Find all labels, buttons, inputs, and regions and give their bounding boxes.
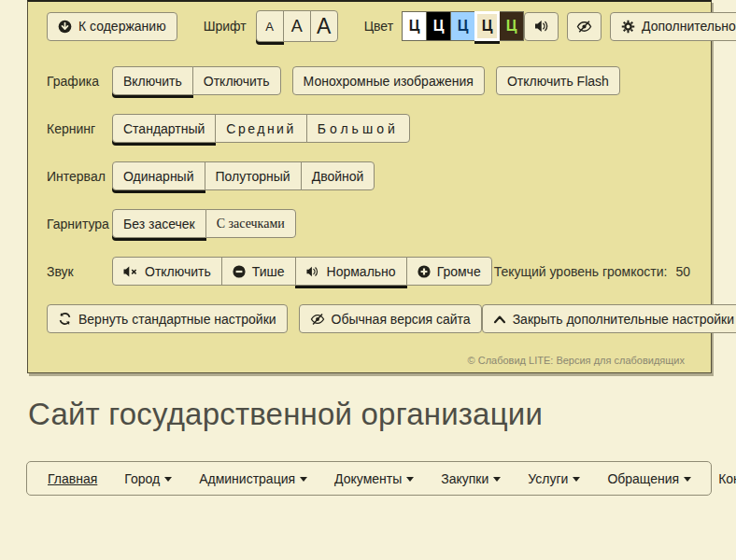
graphics-label: Графика — [47, 74, 112, 89]
color-scheme-black-button[interactable]: Ц — [426, 11, 451, 41]
chevron-down-icon — [684, 477, 691, 482]
sound-toggle-button[interactable] — [524, 12, 559, 41]
spacing-single-button[interactable]: Одинарный — [112, 161, 205, 190]
normal-version-button[interactable]: Обычная версия сайта — [299, 304, 482, 333]
sound-louder-button[interactable]: Громче — [406, 257, 492, 286]
panel-actions-row: Вернуть стандартные настройки Обычная ве… — [47, 304, 692, 333]
nav-item-label: Услуги — [528, 471, 568, 486]
nav-item-label: Обращения — [607, 471, 679, 486]
arrow-circle-down-icon — [58, 20, 72, 34]
font-size-medium-button[interactable]: А — [283, 10, 311, 42]
chevron-down-icon — [406, 477, 414, 482]
nav-item-zakupki[interactable]: Закупки — [441, 471, 501, 486]
chevron-down-icon — [573, 477, 580, 482]
sound-quieter-label: Тише — [252, 264, 285, 279]
kerning-medium-button[interactable]: Средний — [215, 114, 306, 143]
sound-label: Звук — [47, 264, 112, 279]
color-scheme-group: Ц Ц Ц Ц Ц — [403, 11, 524, 41]
minus-circle-icon — [233, 265, 246, 278]
chevron-down-icon — [164, 477, 172, 482]
sound-off-label: Отключить — [145, 264, 211, 279]
reset-settings-label: Вернуть стандартные настройки — [78, 312, 276, 327]
plus-circle-icon — [418, 265, 431, 278]
typeface-serif-button[interactable]: С засечками — [205, 209, 296, 238]
nav-item-uslugi[interactable]: Услуги — [528, 471, 580, 486]
typeface-row: Гарнитура Без засечек С засечками — [47, 209, 692, 238]
font-size-group: А А А — [256, 10, 338, 42]
nav-item-dokumenty[interactable]: Документы — [334, 471, 414, 486]
chevron-down-icon — [493, 477, 501, 482]
nav-item-label: Закупки — [441, 471, 488, 486]
panel-copyright: © Слабовид LITE: Версия для слабовидящих — [468, 355, 685, 366]
page-title: Сайт государственной организации — [28, 397, 543, 432]
eye-slash-icon — [576, 20, 592, 34]
monochrome-images-button[interactable]: Монохромные изображения — [292, 66, 485, 95]
volume-level-value: 50 — [675, 264, 690, 279]
font-label: Шрифт — [204, 19, 247, 34]
graphics-disable-button[interactable]: Отключить — [192, 66, 281, 95]
font-size-large-button[interactable]: А — [310, 10, 338, 42]
spacing-label: Интервал — [47, 169, 112, 184]
kerning-group: Стандартный Средний Большой — [112, 114, 410, 143]
volume-level-indicator: Текущий уровень громкости:50 — [494, 264, 692, 279]
graphics-toggle-group: Включить Отключить — [112, 66, 281, 95]
nav-item-gorod[interactable]: Город — [124, 471, 172, 486]
close-extra-settings-button[interactable]: Закрыть дополнительные настройки — [482, 304, 736, 333]
typeface-label: Гарнитура — [47, 217, 112, 231]
sound-normal-button[interactable]: Нормально — [295, 257, 407, 286]
kerning-row: Кернинг Стандартный Средний Большой — [47, 114, 692, 143]
nav-item-label: Администрация — [199, 471, 295, 486]
color-scheme-white-button[interactable]: Ц — [402, 11, 427, 41]
typeface-group: Без засечек С засечками — [112, 209, 296, 238]
gear-icon — [621, 20, 635, 34]
graphics-row: Графика Включить Отключить Монохромные и… — [47, 66, 692, 95]
sound-row: Звук Отключить Тише Нормально — [47, 257, 692, 286]
normal-version-label: Обычная версия сайта — [332, 312, 471, 327]
chevron-up-icon — [493, 315, 506, 324]
nav-item-label: Контакты — [718, 471, 736, 486]
refresh-icon — [58, 312, 72, 326]
kerning-label: Кернинг — [47, 121, 112, 136]
nav-item-label: Город — [124, 471, 160, 486]
sound-group: Отключить Тише Нормально Громче — [112, 257, 492, 286]
nav-item-label: Главная — [48, 471, 97, 486]
sound-off-button[interactable]: Отключить — [112, 257, 222, 286]
sound-louder-label: Громче — [437, 264, 481, 279]
font-size-small-button[interactable]: А — [256, 10, 284, 42]
more-settings-button[interactable]: Дополнительно — [610, 12, 736, 41]
color-label: Цвет — [364, 19, 393, 34]
eye-slash-icon — [310, 313, 325, 326]
sound-normal-label: Нормально — [327, 264, 396, 279]
speaker-muted-icon — [123, 266, 138, 277]
color-scheme-brown-button[interactable]: Ц — [499, 11, 524, 41]
volume-level-label: Текущий уровень громкости: — [494, 264, 668, 279]
vision-toggle-button[interactable] — [567, 12, 602, 41]
nav-item-label: Документы — [334, 471, 402, 486]
nav-item-obrashcheniya[interactable]: Обращения — [607, 471, 691, 486]
spacing-row: Интервал Одинарный Полуторный Двойной — [47, 161, 692, 190]
color-scheme-blue-button[interactable]: Ц — [450, 11, 475, 41]
accessibility-panel: К содержанию Шрифт А А А Цвет Ц Ц Ц Ц Ц — [27, 0, 712, 373]
to-content-button[interactable]: К содержанию — [47, 12, 177, 41]
more-settings-label: Дополнительно — [642, 19, 736, 34]
nav-item-kontakty[interactable]: Контакты — [718, 471, 736, 486]
sound-quieter-button[interactable]: Тише — [221, 257, 296, 286]
spacing-sesqui-button[interactable]: Полуторный — [205, 161, 302, 190]
kerning-standard-button[interactable]: Стандартный — [112, 114, 216, 143]
main-navigation: Главная Город Администрация Документы За… — [26, 461, 712, 496]
reset-settings-button[interactable]: Вернуть стандартные настройки — [47, 304, 288, 333]
speaker-icon — [306, 266, 320, 277]
nav-item-glavnaya[interactable]: Главная — [48, 471, 97, 486]
spacing-double-button[interactable]: Двойной — [301, 161, 375, 190]
graphics-enable-button[interactable]: Включить — [112, 66, 193, 95]
typeface-sans-button[interactable]: Без засечек — [112, 209, 206, 238]
to-content-label: К содержанию — [78, 19, 166, 34]
kerning-large-button[interactable]: Большой — [306, 114, 410, 143]
nav-item-administratsiya[interactable]: Администрация — [199, 471, 307, 486]
speaker-icon — [534, 20, 549, 33]
chevron-down-icon — [300, 477, 307, 482]
toolbar-right-cluster: Дополнительно — [524, 12, 736, 41]
color-scheme-beige-button[interactable]: Ц — [474, 11, 500, 41]
close-extra-settings-label: Закрыть дополнительные настройки — [513, 312, 734, 327]
disable-flash-button[interactable]: Отключить Flash — [496, 66, 620, 95]
